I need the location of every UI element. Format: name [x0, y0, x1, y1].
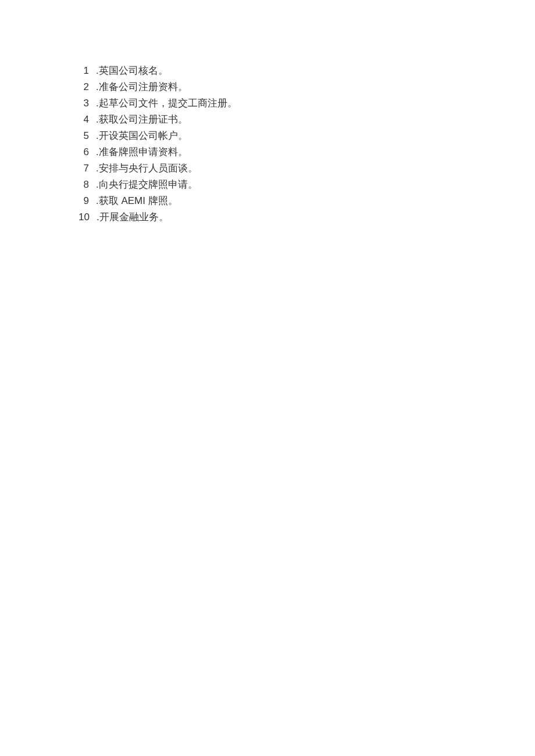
item-text: .获取 AEMI 牌照。 [96, 193, 178, 209]
item-text: .安排与央行人员面谈。 [96, 160, 198, 177]
item-text: .开展金融业务。 [97, 209, 169, 225]
item-number: 3 [79, 95, 96, 112]
item-number: 10 [79, 209, 97, 225]
item-text: .准备公司注册资料。 [96, 79, 188, 95]
item-number: 8 [79, 177, 96, 193]
item-text: .起草公司文件，提交工商注册。 [96, 95, 237, 112]
item-number: 2 [79, 79, 96, 95]
list-item: 4 .获取公司注册证书。 [79, 112, 535, 128]
list-item: 8 .向央行提交牌照申请。 [79, 177, 535, 193]
list-item: 6 .准备牌照申请资料。 [79, 144, 535, 160]
item-number: 1 [79, 63, 96, 79]
list-item: 2 .准备公司注册资料。 [79, 79, 535, 95]
list-item: 10 .开展金融业务。 [79, 209, 535, 225]
list-item: 9 .获取 AEMI 牌照。 [79, 193, 535, 209]
item-number: 5 [79, 128, 96, 144]
item-text: .开设英国公司帐户。 [96, 128, 188, 144]
item-text: .向央行提交牌照申请。 [96, 177, 198, 193]
item-text: .获取公司注册证书。 [96, 112, 188, 128]
item-text: .英国公司核名。 [96, 63, 168, 79]
item-number: 4 [79, 112, 96, 128]
item-number: 7 [79, 160, 96, 177]
list-item: 1 .英国公司核名。 [79, 63, 535, 79]
item-number: 6 [79, 144, 96, 160]
list-item: 7 .安排与央行人员面谈。 [79, 160, 535, 177]
item-number: 9 [79, 193, 96, 209]
numbered-list: 1 .英国公司核名。 2 .准备公司注册资料。 3 .起草公司文件，提交工商注册… [79, 63, 535, 225]
list-item: 5 .开设英国公司帐户。 [79, 128, 535, 144]
list-item: 3 .起草公司文件，提交工商注册。 [79, 95, 535, 112]
item-text: .准备牌照申请资料。 [96, 144, 188, 160]
